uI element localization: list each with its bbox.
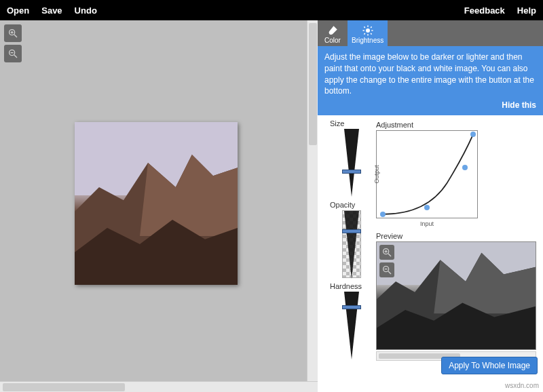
side-panel: Color Brightness Adjust the image below …	[318, 20, 543, 392]
menu-undo[interactable]: Undo	[75, 5, 97, 16]
apply-whole-image-button[interactable]: Apply To Whole Image	[441, 357, 538, 374]
hardness-label: Hardness	[330, 282, 373, 290]
menu-left: Open Save Undo	[7, 5, 97, 16]
menu-open[interactable]: Open	[7, 5, 29, 16]
preview-zoom-out-button[interactable]	[379, 262, 394, 277]
curve-point-2[interactable]	[462, 165, 468, 170]
svg-line-5	[14, 55, 17, 58]
menu-feedback[interactable]: Feedback	[464, 5, 505, 16]
sepia-mountain-graphic	[75, 122, 238, 285]
svg-point-11	[366, 28, 370, 33]
info-box: Adjust the image below to be darker or l…	[318, 46, 543, 115]
main-canvas-image[interactable]	[75, 122, 238, 285]
svg-line-1	[14, 35, 17, 37]
hardness-slider[interactable]	[342, 292, 361, 359]
curve-point-1[interactable]	[424, 205, 430, 210]
preview-label: Preview	[376, 232, 536, 240]
brightness-icon	[362, 24, 374, 37]
menu-save[interactable]: Save	[41, 5, 62, 16]
controls-area: Size Opacity Hardness	[318, 115, 543, 392]
size-slider-block: Size	[330, 119, 373, 197]
tab-brightness-label: Brightness	[352, 37, 383, 44]
svg-line-29	[388, 271, 391, 274]
watermark-text: wsxdn.com	[505, 382, 539, 389]
preview-image	[376, 241, 536, 350]
preview-zoom-in-button[interactable]	[379, 245, 394, 260]
top-menu-bar: Open Save Undo Feedback Help	[0, 0, 543, 20]
preview-block: Preview	[376, 232, 536, 350]
panel-tabs: Color Brightness	[318, 20, 543, 46]
svg-line-16	[364, 26, 365, 28]
zoom-out-button[interactable]	[4, 45, 22, 62]
svg-line-19	[371, 26, 372, 28]
hardness-slider-block: Hardness	[330, 282, 373, 359]
zoom-out-icon	[381, 264, 392, 275]
tab-color-label: Color	[324, 37, 341, 44]
menu-right: Feedback Help	[464, 5, 536, 16]
canvas-scrollbar-vertical[interactable]	[307, 20, 318, 381]
hide-this-link[interactable]: Hide this	[324, 97, 536, 111]
svg-line-17	[371, 33, 372, 35]
hardness-slider-handle[interactable]	[342, 305, 361, 309]
menu-help[interactable]: Help	[517, 5, 536, 16]
adjustment-label: Adjustment	[376, 121, 478, 129]
tab-color[interactable]: Color	[318, 20, 348, 46]
zoom-in-icon	[381, 247, 392, 258]
curve-editor[interactable]: Output Input	[376, 130, 478, 218]
opacity-slider-block: Opacity	[330, 201, 373, 278]
zoom-out-icon	[7, 48, 18, 59]
opacity-slider-handle[interactable]	[342, 229, 361, 233]
svg-line-18	[364, 33, 365, 35]
opacity-label: Opacity	[330, 201, 373, 209]
tab-brightness[interactable]: Brightness	[348, 20, 388, 46]
zoom-in-button[interactable]	[4, 24, 22, 42]
size-label: Size	[330, 119, 373, 128]
curve-x-axis-label: Input	[420, 220, 434, 227]
brush-icon	[326, 24, 339, 37]
svg-line-25	[388, 254, 391, 256]
size-slider[interactable]	[342, 129, 361, 197]
zoom-in-icon	[7, 28, 18, 39]
canvas-zoom-tools	[4, 24, 22, 62]
adjustment-block: Adjustment Output Input	[376, 121, 478, 218]
canvas-area	[0, 20, 318, 392]
size-slider-handle[interactable]	[342, 170, 361, 174]
curve-point-0[interactable]	[380, 212, 386, 217]
curve-point-3[interactable]	[470, 132, 476, 137]
opacity-slider[interactable]	[342, 210, 361, 278]
canvas-scrollbar-horizontal[interactable]	[0, 381, 318, 392]
info-text: Adjust the image below to be darker or l…	[324, 52, 536, 97]
preview-mountain-graphic	[377, 242, 536, 349]
